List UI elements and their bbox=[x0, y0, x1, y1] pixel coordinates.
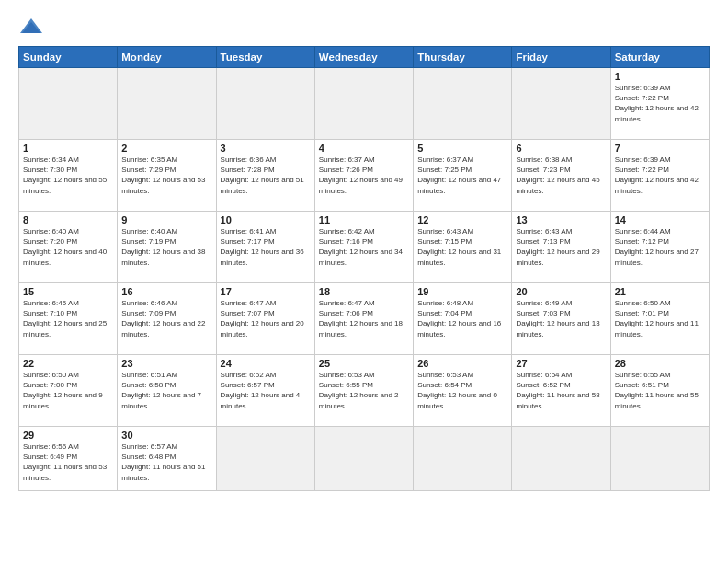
calendar-cell: 14Sunrise: 6:44 AMSunset: 7:12 PMDayligh… bbox=[610, 212, 709, 283]
calendar-week-row: 8Sunrise: 6:40 AMSunset: 7:20 PMDaylight… bbox=[19, 212, 710, 283]
calendar-cell: 10Sunrise: 6:41 AMSunset: 7:17 PMDayligh… bbox=[216, 212, 314, 283]
day-number: 4 bbox=[319, 143, 409, 154]
day-number: 26 bbox=[417, 358, 507, 369]
day-number: 3 bbox=[221, 143, 311, 154]
day-number: 18 bbox=[319, 286, 409, 297]
calendar-cell: 2Sunrise: 6:35 AMSunset: 7:29 PMDaylight… bbox=[118, 140, 216, 212]
calendar: SundayMondayTuesdayWednesdayThursdayFrid… bbox=[18, 46, 710, 491]
day-number: 22 bbox=[23, 358, 113, 369]
day-number: 2 bbox=[121, 143, 211, 154]
calendar-cell: 4Sunrise: 6:37 AMSunset: 7:26 PMDaylight… bbox=[314, 140, 413, 212]
day-info: Sunrise: 6:50 AMSunset: 7:00 PMDaylight:… bbox=[23, 370, 113, 411]
calendar-cell: 27Sunrise: 6:54 AMSunset: 6:52 PMDayligh… bbox=[512, 355, 610, 427]
day-info: Sunrise: 6:50 AMSunset: 7:01 PMDaylight:… bbox=[615, 298, 705, 339]
calendar-cell bbox=[414, 68, 512, 140]
day-number: 19 bbox=[417, 286, 507, 297]
calendar-cell: 28Sunrise: 6:55 AMSunset: 6:51 PMDayligh… bbox=[610, 355, 709, 427]
calendar-cell: 22Sunrise: 6:50 AMSunset: 7:00 PMDayligh… bbox=[19, 355, 118, 427]
day-info: Sunrise: 6:52 AMSunset: 6:57 PMDaylight:… bbox=[221, 370, 311, 411]
calendar-cell: 3Sunrise: 6:36 AMSunset: 7:28 PMDaylight… bbox=[216, 140, 314, 212]
day-info: Sunrise: 6:44 AMSunset: 7:12 PMDaylight:… bbox=[615, 226, 705, 268]
day-info: Sunrise: 6:51 AMSunset: 6:58 PMDaylight:… bbox=[121, 370, 211, 411]
calendar-header-row: SundayMondayTuesdayWednesdayThursdayFrid… bbox=[19, 47, 710, 68]
day-info: Sunrise: 6:37 AMSunset: 7:26 PMDaylight:… bbox=[319, 155, 409, 196]
day-number: 12 bbox=[417, 214, 507, 225]
day-number: 1 bbox=[23, 143, 113, 154]
calendar-cell: 24Sunrise: 6:52 AMSunset: 6:57 PMDayligh… bbox=[216, 355, 314, 427]
calendar-cell bbox=[216, 68, 314, 140]
day-number: 1 bbox=[615, 71, 705, 82]
day-info: Sunrise: 6:46 AMSunset: 7:09 PMDaylight:… bbox=[121, 298, 211, 339]
day-number: 25 bbox=[319, 358, 409, 369]
calendar-week-row: 29Sunrise: 6:56 AMSunset: 6:49 PMDayligh… bbox=[19, 427, 710, 491]
day-info: Sunrise: 6:47 AMSunset: 7:06 PMDaylight:… bbox=[319, 298, 409, 339]
calendar-cell bbox=[414, 427, 512, 491]
calendar-cell bbox=[512, 427, 610, 491]
day-number: 23 bbox=[121, 358, 211, 369]
day-info: Sunrise: 6:53 AMSunset: 6:54 PMDaylight:… bbox=[417, 370, 507, 411]
calendar-cell: 26Sunrise: 6:53 AMSunset: 6:54 PMDayligh… bbox=[414, 355, 512, 427]
day-number: 14 bbox=[615, 214, 705, 225]
calendar-cell: 13Sunrise: 6:43 AMSunset: 7:13 PMDayligh… bbox=[512, 212, 610, 283]
day-number: 13 bbox=[516, 214, 606, 225]
calendar-cell: 12Sunrise: 6:43 AMSunset: 7:15 PMDayligh… bbox=[414, 212, 512, 283]
calendar-cell: 8Sunrise: 6:40 AMSunset: 7:20 PMDaylight… bbox=[19, 212, 118, 283]
day-number: 20 bbox=[516, 286, 606, 297]
calendar-cell: 6Sunrise: 6:38 AMSunset: 7:23 PMDaylight… bbox=[512, 140, 610, 212]
calendar-cell: 15Sunrise: 6:45 AMSunset: 7:10 PMDayligh… bbox=[19, 283, 118, 355]
day-info: Sunrise: 6:41 AMSunset: 7:17 PMDaylight:… bbox=[221, 226, 311, 268]
calendar-cell: 9Sunrise: 6:40 AMSunset: 7:19 PMDaylight… bbox=[118, 212, 216, 283]
logo-icon bbox=[18, 17, 44, 37]
calendar-cell: 11Sunrise: 6:42 AMSunset: 7:16 PMDayligh… bbox=[314, 212, 413, 283]
calendar-cell: 23Sunrise: 6:51 AMSunset: 6:58 PMDayligh… bbox=[118, 355, 216, 427]
calendar-cell: 29Sunrise: 6:56 AMSunset: 6:49 PMDayligh… bbox=[19, 427, 118, 491]
calendar-cell: 7Sunrise: 6:39 AMSunset: 7:22 PMDaylight… bbox=[610, 140, 709, 212]
day-info: Sunrise: 6:39 AMSunset: 7:22 PMDaylight:… bbox=[615, 155, 705, 196]
day-number: 29 bbox=[23, 430, 113, 441]
calendar-cell: 17Sunrise: 6:47 AMSunset: 7:07 PMDayligh… bbox=[216, 283, 314, 355]
day-info: Sunrise: 6:40 AMSunset: 7:19 PMDaylight:… bbox=[121, 226, 211, 268]
page: SundayMondayTuesdayWednesdayThursdayFrid… bbox=[0, 0, 728, 563]
day-info: Sunrise: 6:38 AMSunset: 7:23 PMDaylight:… bbox=[516, 155, 606, 196]
calendar-cell: 1Sunrise: 6:39 AMSunset: 7:22 PMDaylight… bbox=[610, 68, 709, 140]
calendar-header-monday: Monday bbox=[118, 47, 216, 68]
day-info: Sunrise: 6:43 AMSunset: 7:15 PMDaylight:… bbox=[417, 226, 507, 268]
day-info: Sunrise: 6:48 AMSunset: 7:04 PMDaylight:… bbox=[417, 298, 507, 339]
calendar-header-sunday: Sunday bbox=[19, 47, 118, 68]
day-info: Sunrise: 6:36 AMSunset: 7:28 PMDaylight:… bbox=[221, 155, 311, 196]
day-info: Sunrise: 6:53 AMSunset: 6:55 PMDaylight:… bbox=[319, 370, 409, 411]
calendar-cell: 18Sunrise: 6:47 AMSunset: 7:06 PMDayligh… bbox=[314, 283, 413, 355]
calendar-header-tuesday: Tuesday bbox=[216, 47, 314, 68]
calendar-cell bbox=[314, 68, 413, 140]
logo bbox=[18, 17, 48, 37]
day-info: Sunrise: 6:47 AMSunset: 7:07 PMDaylight:… bbox=[221, 298, 311, 339]
day-info: Sunrise: 6:40 AMSunset: 7:20 PMDaylight:… bbox=[23, 226, 113, 268]
day-number: 27 bbox=[516, 358, 606, 369]
calendar-week-row: 1Sunrise: 6:39 AMSunset: 7:22 PMDaylight… bbox=[19, 68, 710, 140]
calendar-cell bbox=[314, 427, 413, 491]
day-info: Sunrise: 6:55 AMSunset: 6:51 PMDaylight:… bbox=[615, 370, 705, 411]
day-number: 15 bbox=[23, 286, 113, 297]
calendar-header-saturday: Saturday bbox=[610, 47, 709, 68]
day-info: Sunrise: 6:54 AMSunset: 6:52 PMDaylight:… bbox=[516, 370, 606, 411]
day-info: Sunrise: 6:42 AMSunset: 7:16 PMDaylight:… bbox=[319, 226, 409, 268]
calendar-cell bbox=[610, 427, 709, 491]
calendar-header-wednesday: Wednesday bbox=[314, 47, 413, 68]
day-info: Sunrise: 6:34 AMSunset: 7:30 PMDaylight:… bbox=[23, 155, 113, 196]
day-number: 8 bbox=[23, 214, 113, 225]
day-number: 28 bbox=[615, 358, 705, 369]
calendar-cell: 16Sunrise: 6:46 AMSunset: 7:09 PMDayligh… bbox=[118, 283, 216, 355]
calendar-cell: 25Sunrise: 6:53 AMSunset: 6:55 PMDayligh… bbox=[314, 355, 413, 427]
day-info: Sunrise: 6:35 AMSunset: 7:29 PMDaylight:… bbox=[121, 155, 211, 196]
day-number: 9 bbox=[121, 214, 211, 225]
calendar-cell: 20Sunrise: 6:49 AMSunset: 7:03 PMDayligh… bbox=[512, 283, 610, 355]
calendar-cell bbox=[216, 427, 314, 491]
day-number: 24 bbox=[221, 358, 311, 369]
calendar-week-row: 15Sunrise: 6:45 AMSunset: 7:10 PMDayligh… bbox=[19, 283, 710, 355]
calendar-cell: 21Sunrise: 6:50 AMSunset: 7:01 PMDayligh… bbox=[610, 283, 709, 355]
calendar-cell: 1Sunrise: 6:34 AMSunset: 7:30 PMDaylight… bbox=[19, 140, 118, 212]
calendar-week-row: 22Sunrise: 6:50 AMSunset: 7:00 PMDayligh… bbox=[19, 355, 710, 427]
day-info: Sunrise: 6:43 AMSunset: 7:13 PMDaylight:… bbox=[516, 226, 606, 268]
calendar-cell bbox=[118, 68, 216, 140]
day-number: 30 bbox=[121, 430, 211, 441]
